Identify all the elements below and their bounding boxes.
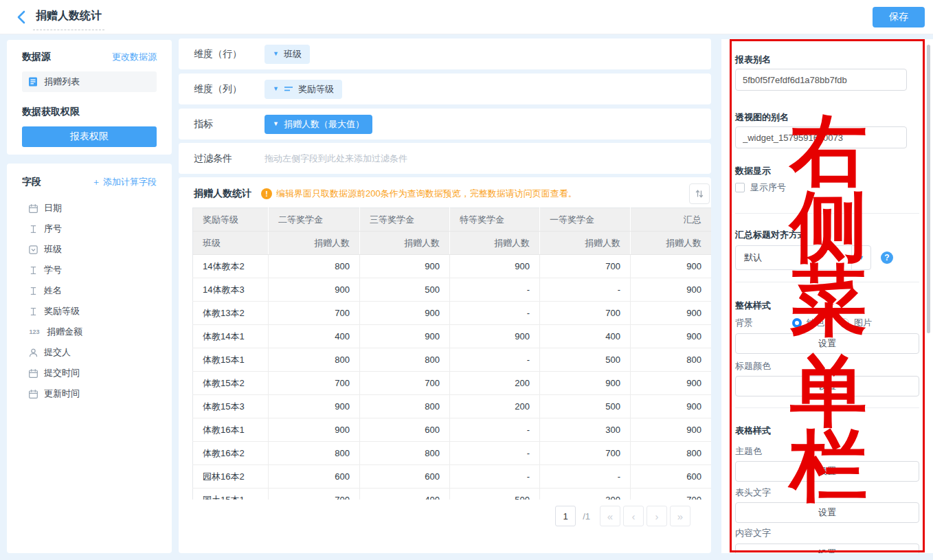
checkbox-unchecked-icon[interactable] bbox=[735, 183, 745, 192]
field-item-donation-amount[interactable]: 123 捐赠金额 bbox=[22, 322, 157, 342]
summary-align-select[interactable]: 默认 ▼ bbox=[735, 245, 871, 270]
table-subheader-row: 班级 捐赠人数 捐赠人数 捐赠人数 捐赠人数 捐赠人数 bbox=[193, 232, 712, 255]
calendar-icon bbox=[27, 368, 38, 379]
table-row: 14体教本2800900900700900 bbox=[193, 255, 712, 278]
table-cell: 500 bbox=[450, 489, 540, 500]
field-item-date[interactable]: 日期 bbox=[22, 198, 157, 219]
radio-selected-icon[interactable] bbox=[792, 318, 802, 328]
field-item-serial[interactable]: 序号 bbox=[22, 219, 157, 239]
add-calc-field-link[interactable]: ＋ 添加计算字段 bbox=[91, 176, 157, 188]
field-item-class[interactable]: 班级 bbox=[22, 239, 157, 260]
table-cell: 900 bbox=[269, 418, 360, 442]
pivot-alias-input[interactable] bbox=[735, 126, 907, 148]
field-label: 序号 bbox=[44, 223, 62, 235]
filter-dropzone[interactable]: 拖动左侧字段到此处来添加过滤条件 bbox=[265, 153, 407, 165]
first-page-button[interactable]: « bbox=[600, 506, 620, 526]
background-set-button[interactable]: 设置 bbox=[735, 333, 919, 354]
table-cell: 500 bbox=[540, 395, 631, 418]
col-dimension-tag[interactable]: ▼ 奖励等级 bbox=[265, 80, 342, 99]
table-row: 国土15本1700400500300700 bbox=[193, 489, 712, 500]
content-text-label: 内容文字 bbox=[735, 527, 771, 539]
field-list: 日期 序号 班级 学号 姓名 奖励等级 123 bbox=[22, 198, 157, 404]
field-item-submit-time[interactable]: 提交时间 bbox=[22, 363, 157, 383]
field-item-name[interactable]: 姓名 bbox=[22, 280, 157, 301]
datasource-item[interactable]: 捐赠列表 bbox=[22, 71, 157, 92]
calendar-icon bbox=[27, 388, 38, 399]
page-title: 捐赠人数统计 bbox=[33, 9, 104, 30]
table-cell: 700 bbox=[631, 489, 712, 500]
table-cell: 800 bbox=[360, 395, 450, 418]
table-cell: 800 bbox=[269, 255, 360, 278]
title-color-set-button[interactable]: 设置 bbox=[735, 376, 919, 396]
sort-toggle-button[interactable] bbox=[689, 183, 710, 204]
table-cell: 200 bbox=[450, 395, 540, 418]
table-cell: - bbox=[450, 278, 540, 302]
table-row: 14体教本3900500--900 bbox=[193, 278, 712, 302]
table-row: 体教15本2700700200900900 bbox=[193, 372, 712, 395]
prev-page-button[interactable]: ‹ bbox=[623, 506, 644, 526]
scrollbar[interactable] bbox=[927, 45, 930, 333]
table-cell: 700 bbox=[269, 302, 360, 325]
last-page-button[interactable]: » bbox=[670, 506, 690, 526]
text-icon bbox=[27, 285, 38, 296]
content-text-set-button[interactable]: 设置 bbox=[735, 544, 919, 553]
row-label: 14体教本3 bbox=[193, 278, 269, 302]
field-label: 班级 bbox=[44, 243, 62, 256]
table-cell: 900 bbox=[631, 372, 712, 395]
table-cell: 900 bbox=[450, 325, 540, 348]
col-dimension-row: 维度（列） ▼ 奖励等级 bbox=[179, 74, 711, 104]
person-icon bbox=[27, 347, 38, 358]
top-bar: 捐赠人数统计 保存 bbox=[0, 0, 933, 34]
table-cell: 700 bbox=[540, 442, 631, 465]
row-label: 体教16本1 bbox=[193, 418, 269, 442]
table-cell: 900 bbox=[631, 278, 712, 302]
bg-color-option[interactable]: 纯色 bbox=[807, 317, 824, 329]
table-cell: 900 bbox=[631, 395, 712, 418]
back-button[interactable] bbox=[14, 9, 30, 25]
change-datasource-link[interactable]: 更改数据源 bbox=[112, 51, 157, 63]
row-label: 14体教本2 bbox=[193, 255, 269, 278]
table-cell: 700 bbox=[360, 372, 450, 395]
report-permission-button[interactable]: 报表权限 bbox=[22, 126, 157, 147]
next-page-button[interactable]: › bbox=[647, 506, 667, 526]
metric-tag[interactable]: ▼ 捐赠人数（最大值） bbox=[265, 115, 372, 134]
table-cell: 900 bbox=[360, 302, 450, 325]
settings-panel: 报表别名 透视图的别名 数据显示 显示序号 汇总标题对齐方式 默认 ▼ ? 整体… bbox=[721, 39, 933, 553]
table-cell: 600 bbox=[631, 465, 712, 489]
table-cell: 700 bbox=[269, 489, 360, 500]
radio-unselected-icon[interactable] bbox=[840, 318, 849, 328]
header-text-set-button[interactable]: 设置 bbox=[735, 502, 919, 523]
show-index-option[interactable]: 显示序号 bbox=[735, 181, 786, 194]
data-display-label: 数据显示 bbox=[735, 165, 771, 177]
field-item-update-time[interactable]: 更新时间 bbox=[22, 383, 157, 404]
table-cell: 900 bbox=[631, 325, 712, 348]
save-button[interactable]: 保存 bbox=[873, 7, 925, 27]
fields-panel: 字段 ＋ 添加计算字段 日期 序号 班级 学号 姓名 bbox=[7, 164, 172, 553]
table-cell: - bbox=[450, 465, 540, 489]
header-cell: 班级 bbox=[193, 232, 269, 255]
field-item-student-id[interactable]: 学号 bbox=[22, 260, 157, 280]
table-cell: 400 bbox=[269, 325, 360, 348]
help-icon[interactable]: ? bbox=[881, 251, 893, 264]
page-number-input[interactable] bbox=[555, 506, 576, 526]
metric-label: 指标 bbox=[194, 118, 265, 131]
field-item-award-level[interactable]: 奖励等级 bbox=[22, 301, 157, 322]
title-color-label: 标题颜色 bbox=[735, 360, 771, 372]
data-permission-title: 数据获取权限 bbox=[22, 106, 157, 118]
bg-image-option[interactable]: 图片 bbox=[854, 317, 872, 329]
sort-lines-icon bbox=[284, 85, 293, 93]
row-label: 体教15本1 bbox=[193, 348, 269, 372]
number-icon: 123 bbox=[27, 326, 41, 337]
table-cell: - bbox=[540, 278, 631, 302]
table-cell: 900 bbox=[631, 418, 712, 442]
page-total-label: /1 bbox=[583, 511, 590, 522]
row-dimension-row: 维度（行） ▼ 班级 bbox=[179, 38, 711, 69]
field-item-submitter[interactable]: 提交人 bbox=[22, 342, 157, 363]
table-cell: 300 bbox=[540, 418, 631, 442]
row-dimension-tag[interactable]: ▼ 班级 bbox=[265, 45, 310, 64]
report-alias-input[interactable] bbox=[735, 69, 907, 91]
datasource-title: 数据源 bbox=[22, 51, 51, 63]
theme-color-set-button[interactable]: 设置 bbox=[735, 461, 919, 482]
header-cell: 奖励等级 bbox=[193, 208, 269, 232]
header-cell: 捐赠人数 bbox=[269, 232, 360, 255]
